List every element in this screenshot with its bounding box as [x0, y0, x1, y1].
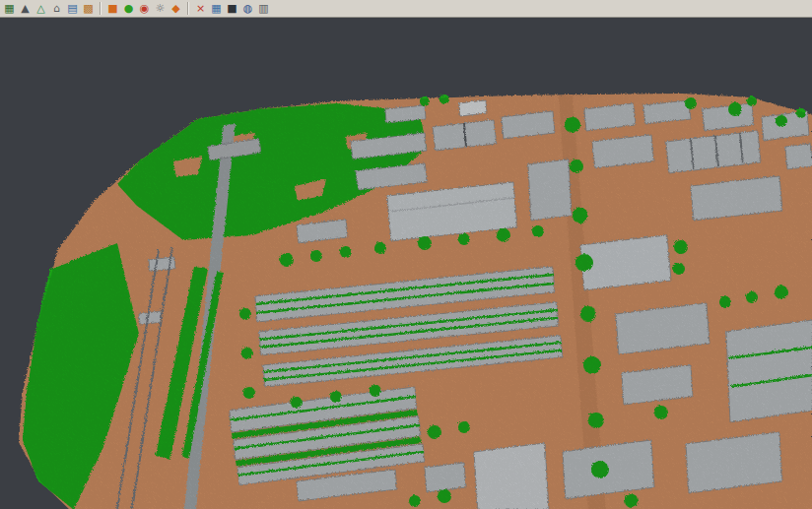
point-cloud-noise-overlay — [0, 18, 812, 509]
point-cloud-model — [0, 18, 812, 509]
toolbar-group: ▦▲△⌂▤▩ — [2, 1, 96, 16]
texture-icon[interactable]: ▩ — [81, 1, 96, 16]
settings-icon[interactable]: ☼ — [153, 1, 168, 16]
toolbar-group: ×▦■◍▥ — [193, 1, 271, 16]
mesh-icon[interactable]: △ — [34, 1, 48, 16]
terrain-view-icon[interactable]: ▲ — [18, 1, 33, 16]
marker-icon[interactable]: ◆ — [169, 1, 183, 16]
toolbar-separator — [187, 2, 189, 15]
shading-icon[interactable]: ■ — [225, 1, 239, 16]
toolbar-separator — [100, 2, 102, 15]
globe-icon[interactable]: ◍ — [240, 1, 255, 16]
histogram-icon[interactable]: ▥ — [256, 1, 271, 16]
grid-view-icon[interactable]: ▦ — [2, 1, 17, 16]
toolbar-group: ■●◉☼◆ — [105, 1, 183, 16]
delete-icon[interactable]: × — [193, 1, 208, 16]
table-icon[interactable]: ▦ — [209, 1, 224, 16]
layers-icon[interactable]: ▤ — [65, 1, 80, 16]
home-view-icon[interactable]: ⌂ — [49, 1, 64, 16]
viewport-3d[interactable] — [0, 18, 812, 509]
scene-canvas[interactable] — [0, 18, 812, 509]
orthophoto-icon[interactable]: ■ — [105, 1, 120, 16]
classification-icon[interactable]: ◉ — [137, 1, 152, 16]
vegetation-icon[interactable]: ● — [121, 1, 136, 16]
main-toolbar: ▦▲△⌂▤▩■●◉☼◆×▦■◍▥ — [0, 0, 812, 18]
